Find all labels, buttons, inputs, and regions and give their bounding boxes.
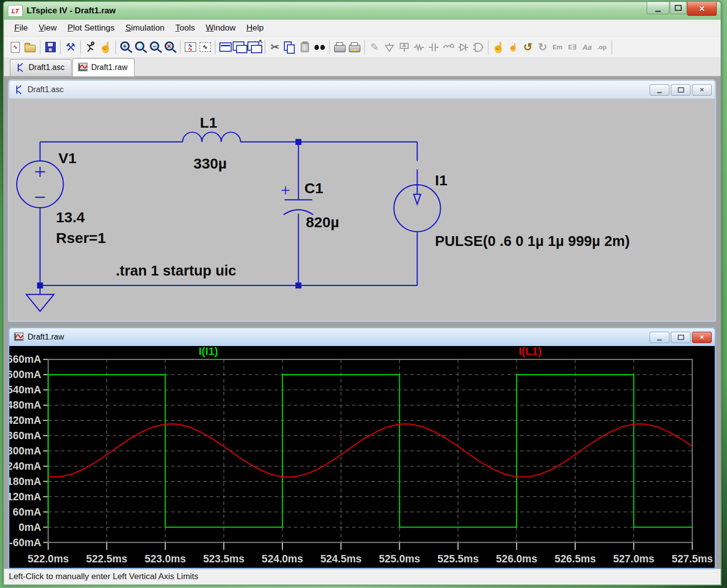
autorange-button[interactable]: ∿∿ <box>183 40 198 55</box>
maximize-button[interactable] <box>670 2 687 14</box>
text-button[interactable]: Aa <box>580 40 594 55</box>
capacitor-C1 <box>283 200 313 214</box>
schematic-window-titlebar[interactable]: Draft1.asc ▁ ✕ <box>9 81 715 99</box>
save-button[interactable] <box>43 40 58 55</box>
svg-text:120mA: 120mA <box>9 491 41 502</box>
menu-help[interactable]: Help <box>241 22 269 35</box>
undo-icon: ↺ <box>523 42 532 53</box>
svg-text:660mA: 660mA <box>9 353 41 365</box>
zoom-area-button[interactable] <box>133 40 148 55</box>
svg-text:522.5ms: 522.5ms <box>86 553 128 564</box>
schematic-close-button[interactable]: ✕ <box>692 84 712 96</box>
menu-view[interactable]: View <box>33 22 62 35</box>
zoom-out-icon: − <box>150 41 159 51</box>
menu-plot-settings[interactable]: Plot Settings <box>62 22 120 35</box>
and-gate-icon <box>472 41 484 53</box>
undo-button[interactable]: ↺ <box>520 40 535 55</box>
spice-directive-button[interactable]: .op <box>594 40 609 55</box>
waveform-close-button[interactable]: ✕ <box>692 332 712 343</box>
v1-plus-icon <box>35 167 45 177</box>
paste-button[interactable] <box>297 40 312 55</box>
find-button[interactable] <box>312 40 327 55</box>
print-preview-button[interactable] <box>332 40 347 55</box>
svg-text:600mA: 600mA <box>9 369 41 380</box>
title-bar[interactable]: LT LTspice IV - Draft1.raw ▁ ✕ <box>4 2 721 20</box>
diode-icon <box>457 41 469 53</box>
minimize-button[interactable]: ▁ <box>647 2 669 14</box>
zoom-full-extents-icon: ✕ <box>165 41 174 51</box>
halt-hand-icon: ☝ <box>99 42 112 52</box>
redo-button[interactable]: ↻ <box>535 40 550 55</box>
ltspice-logo-icon: LT <box>8 5 23 17</box>
waveform-tab-icon <box>78 63 88 72</box>
component-button[interactable] <box>471 40 485 55</box>
zoom-out-button[interactable]: − <box>148 40 163 55</box>
zoom-full-extents-button[interactable]: ✕ <box>163 40 177 55</box>
waveform-minimize-button[interactable]: ▁ <box>650 332 669 343</box>
print-button[interactable] <box>347 40 362 55</box>
l1-value-label: 330µ <box>194 155 227 171</box>
svg-text:525.5ms: 525.5ms <box>438 553 479 564</box>
tab-draft1-asc[interactable]: Draft1.asc <box>10 59 71 76</box>
desktop: { "window": { "title": "LTspice IV - Dra… <box>0 0 727 588</box>
menu-window[interactable]: Window <box>201 22 241 35</box>
copy-button[interactable] <box>282 40 297 55</box>
label-net-button[interactable] <box>397 40 412 55</box>
menu-tools[interactable]: Tools <box>170 22 201 35</box>
move-hand-icon: ☝ <box>492 42 505 52</box>
tab-draft1-raw[interactable]: Draft1.raw <box>72 58 135 76</box>
cut-button[interactable]: ✂ <box>268 40 282 55</box>
zoom-in-button[interactable]: + <box>118 40 133 55</box>
new-schematic-button[interactable]: ∿ <box>8 40 23 55</box>
schematic-maximize-button[interactable] <box>671 84 691 96</box>
move-button[interactable]: ☝ <box>491 40 506 55</box>
resistor-button[interactable] <box>412 40 426 55</box>
control-panel-button[interactable]: ⚒ <box>63 40 78 55</box>
svg-text:526.5ms: 526.5ms <box>554 553 596 564</box>
close-button[interactable]: ✕ <box>687 2 717 16</box>
svg-text:524.0ms: 524.0ms <box>262 553 303 564</box>
waveform-window-titlebar[interactable]: Draft1.raw ▁ ✕ <box>9 328 715 346</box>
rotate-icon: E∃ <box>568 44 577 50</box>
ground-button[interactable] <box>382 40 397 55</box>
junction-node <box>295 139 301 145</box>
menu-simulation[interactable]: Simulation <box>120 22 170 35</box>
open-file-button[interactable] <box>23 40 37 55</box>
waveform-plot[interactable]: 660mA600mA540mA480mA420mA360mA300mA240mA… <box>9 346 715 568</box>
tile-windows-button[interactable] <box>218 40 233 55</box>
maximize-icon <box>675 5 682 11</box>
window-controls: ▁ ✕ <box>647 2 721 16</box>
arrange-windows-icon: ↖ <box>247 41 259 51</box>
menu-file[interactable]: File <box>9 22 33 35</box>
run-button[interactable] <box>83 40 98 55</box>
svg-text:526.0ms: 526.0ms <box>496 553 537 564</box>
diode-button[interactable] <box>456 40 471 55</box>
menu-bar: File View Plot Settings Simulation Tools… <box>4 20 721 36</box>
tab-label: Draft1.asc <box>29 63 65 72</box>
svg-text:525.0ms: 525.0ms <box>379 553 420 564</box>
schematic-minimize-button[interactable]: ▁ <box>650 84 669 96</box>
waveform-maximize-button[interactable] <box>671 332 691 343</box>
svg-text:360mA: 360mA <box>9 430 41 441</box>
waveform-window: Draft1.raw ▁ ✕ 660mA600mA540mA480mA420mA… <box>8 327 716 569</box>
cascade-windows-button[interactable] <box>233 40 247 55</box>
halt-button[interactable]: ☝ <box>98 40 113 55</box>
plot-settings-button[interactable]: ∿ <box>198 40 212 55</box>
open-folder-icon <box>25 45 35 52</box>
wire-button[interactable]: ✎ <box>367 40 382 55</box>
mirror-button[interactable]: Em <box>550 40 565 55</box>
resistor-icon <box>413 41 425 53</box>
schematic-canvas-container: V1 13.4 Rser=1 L1 330µ C1 820µ I1 PULSE(… <box>9 99 715 320</box>
svg-text:-60mA: -60mA <box>9 537 41 548</box>
cascade-windows-icon <box>233 41 244 51</box>
svg-text:522.0ms: 522.0ms <box>28 553 69 564</box>
save-floppy-icon <box>45 42 56 52</box>
arrange-windows-button[interactable]: ↖ <box>247 40 262 55</box>
rotate-button[interactable]: E∃ <box>565 40 580 55</box>
i1-arrowhead <box>414 194 420 204</box>
drag-button[interactable]: ☝ <box>506 40 520 55</box>
schematic-window: Draft1.asc ▁ ✕ <box>8 79 716 322</box>
inductor-button[interactable] <box>441 40 456 55</box>
schematic-canvas[interactable]: V1 13.4 Rser=1 L1 330µ C1 820µ I1 PULSE(… <box>9 99 715 320</box>
capacitor-button[interactable] <box>426 40 441 55</box>
